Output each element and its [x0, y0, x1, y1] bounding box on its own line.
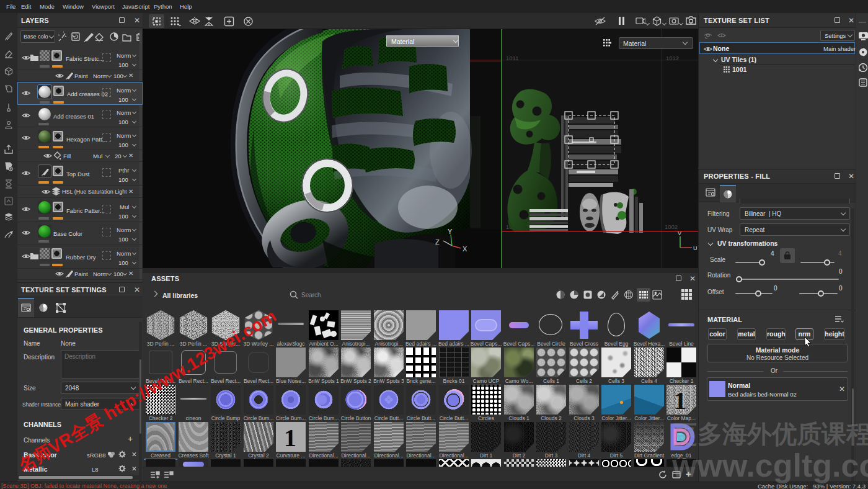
svg-text:1011: 1011 — [506, 55, 518, 61]
svg-text:V: V — [678, 230, 681, 236]
svg-text:1012: 1012 — [666, 55, 679, 61]
svg-text:U: U — [693, 245, 698, 251]
svg-text:X: X — [463, 245, 467, 253]
svg-text:Y: Y — [448, 228, 453, 235]
svg-text:1002: 1002 — [665, 223, 678, 230]
svg-text:Z: Z — [435, 238, 440, 246]
